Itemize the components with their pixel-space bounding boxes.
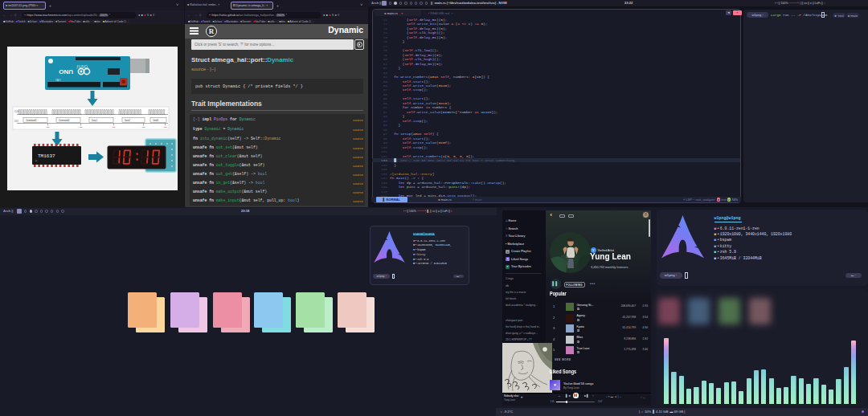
svg-text:ACK: ACK — [112, 126, 116, 128]
svg-text:ACK: ACK — [46, 126, 50, 128]
svg-text:Data2: Data2 — [125, 119, 130, 122]
svg-text:Data1: Data1 — [92, 119, 97, 122]
svg-text:Cmd3: Cmd3 — [153, 119, 158, 122]
svg-text:ITALY: ITALY — [55, 79, 61, 82]
svg-text:Command1: Command1 — [26, 119, 37, 122]
svg-text:CLK: CLK — [14, 110, 19, 113]
svg-text:UNO: UNO — [59, 68, 73, 75]
svg-text:Command2: Command2 — [59, 119, 70, 122]
svg-text:TM1637: TM1637 — [38, 153, 55, 159]
svg-text:ACK: ACK — [141, 126, 145, 128]
svg-text:ACK: ACK — [79, 126, 83, 128]
svg-text:DIO: DIO — [14, 120, 19, 123]
svg-text:ACK: ACK — [163, 126, 167, 128]
